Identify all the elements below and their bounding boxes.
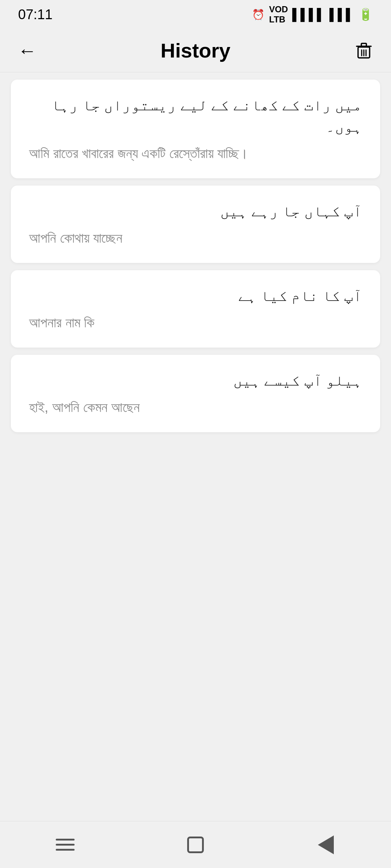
back-arrow-icon: ← xyxy=(18,41,37,60)
history-item-3-primary: آپ کا نام کیا ہے xyxy=(29,285,362,307)
history-item-1-primary: میں رات کے کھانے کے لیے ریستوراں جا رہا … xyxy=(29,95,362,137)
history-item-4-primary: ہیلو آپ کیسے ہیں xyxy=(29,370,362,391)
status-bar: 07:11 ⏰ VODLTB ▌▌▌▌ ▌▌▌ 🔋 xyxy=(0,0,391,29)
history-item-3-secondary: আপনার নাম কি xyxy=(29,313,362,332)
alarm-icon: ⏰ xyxy=(252,9,265,21)
history-item-4[interactable]: ہیلو آپ کیسے ہیں হাই, আপনি কেমন আছেন xyxy=(11,355,380,432)
home-button[interactable] xyxy=(174,830,217,859)
signal-icon-1: ▌▌▌▌ xyxy=(292,8,325,21)
signal-icon-2: ▌▌▌ xyxy=(329,8,354,21)
vod-indicator: VODLTB xyxy=(269,4,288,25)
history-item-3[interactable]: آپ کا نام کیا ہے আপনার নাম কি xyxy=(11,270,380,348)
history-item-2-primary: آپ کہاں جا رہے ہیں xyxy=(29,201,362,222)
back-nav-button[interactable] xyxy=(304,830,348,859)
app-header: ← History xyxy=(0,29,391,72)
page-title: History xyxy=(161,39,231,62)
back-button[interactable]: ← xyxy=(14,38,40,63)
history-list: میں رات کے کھانے کے لیے ریستوراں جا رہا … xyxy=(0,72,391,821)
history-item-4-secondary: হাই, আপনি কেমন আছেন xyxy=(29,398,362,417)
square-icon xyxy=(187,837,204,853)
trash-icon xyxy=(354,41,373,60)
history-item-2[interactable]: آپ کہاں جا رہے ہیں আপনি কোথায় যাচ্ছেন xyxy=(11,186,380,263)
menu-button[interactable] xyxy=(43,830,87,859)
battery-icon: 🔋 xyxy=(358,8,373,21)
svg-rect-2 xyxy=(361,43,366,46)
history-item-2-secondary: আপনি কোথায় যাচ্ছেন xyxy=(29,229,362,248)
triangle-back-icon xyxy=(318,835,334,854)
hamburger-icon xyxy=(56,839,75,851)
history-item-1-secondary: আমি রাতের খাবারের জন্য একটি রেস্তোঁরায় … xyxy=(29,144,362,163)
delete-button[interactable] xyxy=(351,38,377,63)
bottom-nav xyxy=(0,821,391,868)
status-time: 07:11 xyxy=(18,7,52,22)
history-item-1[interactable]: میں رات کے کھانے کے لیے ریستوراں جا رہا … xyxy=(11,80,380,178)
status-icons: ⏰ VODLTB ▌▌▌▌ ▌▌▌ 🔋 xyxy=(252,4,373,25)
